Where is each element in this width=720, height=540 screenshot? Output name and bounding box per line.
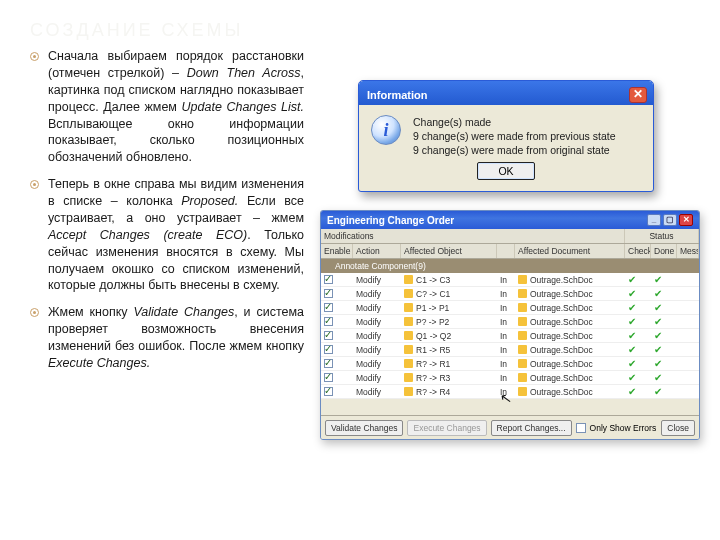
file-icon	[404, 289, 413, 298]
table-row[interactable]: ModifyR? -> R1InOutrage.SchDoc✔✔	[321, 357, 699, 371]
done-icon: ✔	[654, 275, 662, 285]
table-row[interactable]: ModifyC1 -> C3InOutrage.SchDoc✔✔	[321, 273, 699, 287]
file-icon	[518, 289, 527, 298]
file-icon	[404, 331, 413, 340]
done-icon: ✔	[654, 387, 662, 397]
check-icon: ✔	[628, 359, 636, 369]
checkbox-icon[interactable]	[324, 373, 333, 382]
body-text: Сначала выбираем порядок расстановки (от…	[30, 48, 304, 382]
table-row[interactable]: ModifyQ1 -> Q2InOutrage.SchDoc✔✔	[321, 329, 699, 343]
file-icon	[404, 345, 413, 354]
table-row[interactable]: ModifyP1 -> P1InOutrage.SchDoc✔✔	[321, 301, 699, 315]
table-row[interactable]: ModifyR1 -> R5InOutrage.SchDoc✔✔	[321, 343, 699, 357]
dialog-message: Change(s) made 9 change(s) were made fro…	[413, 115, 616, 158]
eco-window: Engineering Change Order _ ▢ ✕ Modificat…	[320, 210, 700, 440]
cursor-icon: ↖	[499, 389, 514, 407]
eco-table: ModifyC1 -> C3InOutrage.SchDoc✔✔ModifyC?…	[321, 273, 699, 399]
file-icon	[404, 373, 413, 382]
maximize-icon[interactable]: ▢	[663, 214, 677, 226]
para-1: Сначала выбираем порядок расстановки (от…	[48, 49, 304, 164]
check-icon: ✔	[628, 373, 636, 383]
dialog-title: Information	[367, 89, 428, 101]
done-icon: ✔	[654, 373, 662, 383]
eco-group-row: Annotate Component(9)	[321, 259, 699, 273]
file-icon	[518, 359, 527, 368]
file-icon	[404, 387, 413, 396]
para-3: Жмем кнопку Validate Changes, и система …	[48, 305, 304, 370]
page-title: СОЗДАНИЕ СХЕМЫ	[30, 20, 244, 41]
checkbox-icon[interactable]	[324, 275, 333, 284]
file-icon	[518, 387, 527, 396]
eco-button-bar: Validate Changes Execute Changes Report …	[321, 415, 699, 439]
done-icon: ✔	[654, 303, 662, 313]
file-icon	[404, 359, 413, 368]
para-2: Теперь в окне справа мы видим изменения …	[48, 177, 304, 292]
done-icon: ✔	[654, 331, 662, 341]
file-icon	[518, 317, 527, 326]
file-icon	[404, 275, 413, 284]
ok-button[interactable]: OK	[477, 162, 534, 180]
done-icon: ✔	[654, 359, 662, 369]
only-errors-checkbox[interactable]	[576, 423, 586, 433]
only-errors-label: Only Show Errors	[590, 423, 657, 433]
close-icon[interactable]: ✕	[629, 87, 647, 103]
checkbox-icon[interactable]	[324, 317, 333, 326]
file-icon	[518, 345, 527, 354]
check-icon: ✔	[628, 345, 636, 355]
bullet-icon	[30, 180, 39, 189]
checkbox-icon[interactable]	[324, 289, 333, 298]
check-icon: ✔	[628, 387, 636, 397]
bullet-icon	[30, 308, 39, 317]
check-icon: ✔	[628, 317, 636, 327]
close-button[interactable]: Close	[661, 420, 695, 436]
checkbox-icon[interactable]	[324, 345, 333, 354]
file-icon	[518, 303, 527, 312]
info-icon: i	[371, 115, 401, 145]
checkbox-icon[interactable]	[324, 359, 333, 368]
checkbox-icon[interactable]	[324, 331, 333, 340]
bullet-icon	[30, 52, 39, 61]
done-icon: ✔	[654, 345, 662, 355]
file-icon	[518, 331, 527, 340]
screenshot-area: Information ✕ i Change(s) made 9 change(…	[320, 80, 700, 500]
file-icon	[518, 275, 527, 284]
check-icon: ✔	[628, 303, 636, 313]
check-icon: ✔	[628, 289, 636, 299]
execute-button[interactable]: Execute Changes	[407, 420, 486, 436]
minimize-icon[interactable]: _	[647, 214, 661, 226]
check-icon: ✔	[628, 275, 636, 285]
validate-button[interactable]: Validate Changes	[325, 420, 403, 436]
checkbox-icon[interactable]	[324, 303, 333, 312]
done-icon: ✔	[654, 317, 662, 327]
done-icon: ✔	[654, 289, 662, 299]
eco-columns: EnableActionAffected ObjectAffected Docu…	[321, 244, 699, 259]
information-dialog: Information ✕ i Change(s) made 9 change(…	[358, 80, 654, 192]
table-row[interactable]: ModifyR? -> R3InOutrage.SchDoc✔✔	[321, 371, 699, 385]
report-button[interactable]: Report Changes...	[491, 420, 572, 436]
file-icon	[518, 373, 527, 382]
dialog-titlebar: Information ✕	[359, 81, 653, 105]
table-row[interactable]: ModifyP? -> P2InOutrage.SchDoc✔✔	[321, 315, 699, 329]
eco-titlebar: Engineering Change Order _ ▢ ✕	[321, 211, 699, 229]
check-icon: ✔	[628, 331, 636, 341]
table-row[interactable]: ModifyC? -> C1InOutrage.SchDoc✔✔	[321, 287, 699, 301]
file-icon	[404, 303, 413, 312]
checkbox-icon[interactable]	[324, 387, 333, 396]
close-icon[interactable]: ✕	[679, 214, 693, 226]
eco-header-top: Modifications Status	[321, 229, 699, 244]
file-icon	[404, 317, 413, 326]
